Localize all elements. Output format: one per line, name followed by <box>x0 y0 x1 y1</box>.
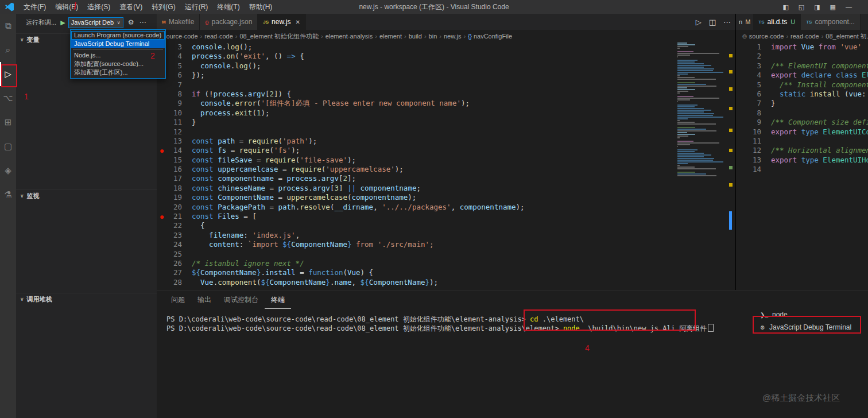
breakpoint-gutter[interactable] <box>157 203 167 212</box>
breadcrumb-item[interactable]: 08_element 初... <box>826 32 868 41</box>
breakpoint-gutter[interactable] <box>736 61 746 71</box>
breakpoint-gutter[interactable] <box>157 109 167 118</box>
breakpoint-gutter[interactable] <box>736 42 746 52</box>
breadcrumb-item[interactable]: source-code <box>749 33 784 40</box>
breakpoint-gutter[interactable] <box>736 109 746 118</box>
gear-icon[interactable]: ⚙ <box>128 18 134 26</box>
menu-item[interactable]: 运行(R) <box>180 0 213 14</box>
breakpoint-gutter[interactable] <box>157 184 167 193</box>
remote-explorer-icon[interactable]: ▢ <box>0 134 16 158</box>
breakpoint-gutter[interactable] <box>736 156 746 165</box>
breakpoint-gutter[interactable] <box>736 118 746 127</box>
breakpoint-gutter[interactable] <box>736 71 746 80</box>
tab-component...[interactable]: TScomponent... <box>801 14 861 30</box>
test-icon[interactable]: ⚗ <box>0 183 16 207</box>
more-icon[interactable]: ⋯ <box>139 18 146 26</box>
more-actions-icon[interactable]: ⋯ <box>723 18 731 26</box>
customize-layout-icon[interactable]: ▦ <box>830 0 836 14</box>
run-debug-icon[interactable]: ▷ <box>0 62 16 86</box>
breakpoint-gutter[interactable] <box>157 127 167 137</box>
breakpoint-gutter[interactable] <box>157 268 167 277</box>
debug-config-select[interactable]: JavaScript Deb ∨ <box>68 17 123 28</box>
search-icon[interactable]: ⌕ <box>0 38 16 62</box>
close-icon[interactable]: ✕ <box>295 19 300 25</box>
breakpoint-gutter[interactable] <box>736 90 746 99</box>
menu-item[interactable]: 选择(S) <box>83 0 115 14</box>
breadcrumb-item[interactable]: read-code <box>790 33 819 40</box>
breadcrumb-item[interactable]: element <box>379 33 402 40</box>
breakpoint-gutter[interactable] <box>157 193 167 202</box>
breakpoint-gutter[interactable] <box>157 165 167 174</box>
explorer-icon[interactable]: ⧉ <box>0 14 16 38</box>
extensions-icon[interactable]: ⊞ <box>0 110 16 134</box>
debug-config-option[interactable]: 添加配置(工作区)... <box>71 68 165 77</box>
breakpoint-gutter[interactable] <box>157 137 167 146</box>
menu-item[interactable]: 转到(G) <box>147 0 180 14</box>
tab-ali.d.ts[interactable]: TSali.d.tsU <box>753 14 801 30</box>
breakpoint-gutter[interactable]: ● <box>157 212 167 221</box>
breakpoint-gutter[interactable] <box>736 165 746 174</box>
breakpoint-gutter[interactable] <box>157 174 167 183</box>
menu-item[interactable]: 终端(T) <box>212 0 244 14</box>
breakpoint-gutter[interactable] <box>157 278 167 287</box>
breakpoint-gutter[interactable] <box>157 240 167 249</box>
breadcrumb-item[interactable]: build <box>409 33 422 40</box>
layout-secondary-sidebar-icon[interactable]: ◨ <box>814 0 820 14</box>
js-debug-terminal-item[interactable]: ⚙JavaScript Debug Terminal <box>755 321 860 334</box>
tab-package.json[interactable]: {}package.json <box>200 14 258 30</box>
breakpoint-gutter[interactable] <box>736 146 746 155</box>
code-editor[interactable]: 3console.log();4process.on('exit', () =>… <box>157 42 735 290</box>
section-watch[interactable]: ∨ 监视 <box>16 189 157 202</box>
panel-tab-输出[interactable]: 输出 <box>191 291 218 309</box>
tab-new.js[interactable]: JSnew.js✕ <box>258 14 306 30</box>
scrollbar-handle[interactable] <box>729 211 732 230</box>
breakpoint-gutter[interactable] <box>157 156 167 165</box>
terminal-output[interactable]: PS D:\coderali\web-code\source-code\read… <box>166 315 750 333</box>
minimap[interactable] <box>677 42 726 177</box>
section-call-stack[interactable]: ∨ 调用堆栈 <box>16 293 157 305</box>
breakpoint-gutter[interactable] <box>157 231 167 240</box>
menu-item[interactable]: 文件(F) <box>19 0 51 14</box>
breakpoint-gutter[interactable] <box>157 221 167 230</box>
minimize-icon[interactable]: — <box>846 0 852 14</box>
breadcrumb-item[interactable]: new.js <box>444 33 462 40</box>
panel-tab-终端[interactable]: 终端 <box>265 291 291 309</box>
breadcrumb-item[interactable]: 08_element 初始化组件功能 <box>239 32 319 41</box>
panel-tab-问题[interactable]: 问题 <box>165 291 191 309</box>
code-editor[interactable]: 1import Vue from 'vue'23/** ElementUI co… <box>736 42 868 290</box>
breakpoint-gutter[interactable] <box>157 259 167 268</box>
breakpoint-gutter[interactable] <box>157 80 167 90</box>
menu-item[interactable]: 帮助(H) <box>245 0 277 14</box>
debug-config-option[interactable]: JavaScript Debug Terminal <box>71 40 165 48</box>
breakpoint-gutter[interactable] <box>157 118 167 127</box>
breakpoint-gutter[interactable] <box>736 52 746 61</box>
breakpoint-gutter[interactable] <box>157 250 167 259</box>
bookmarks-icon[interactable]: ◈ <box>0 158 16 183</box>
breadcrumb-symbol[interactable]: {}navConfigFile <box>468 33 512 40</box>
debug-config-option[interactable]: Launch Program (source-code) <box>71 31 165 40</box>
start-debug-button[interactable]: ▶ <box>60 19 65 26</box>
breakpoint-gutter[interactable] <box>736 80 746 90</box>
breakpoint-gutter[interactable] <box>736 99 746 108</box>
menu-item[interactable]: 查看(V) <box>115 0 147 14</box>
breadcrumb-item[interactable]: source-code <box>163 33 198 40</box>
breakpoint-gutter[interactable]: ● <box>157 146 167 155</box>
scrolled-tab-remnant[interactable]: n M <box>736 14 753 30</box>
run-file-icon[interactable]: ▷ <box>696 18 702 26</box>
split-editor-icon[interactable]: ◫ <box>709 18 716 26</box>
tab-Makefile[interactable]: MMakefile <box>157 14 200 30</box>
breakpoint-gutter[interactable] <box>736 127 746 137</box>
breadcrumb-item[interactable]: read-code <box>204 33 233 40</box>
node-terminal-item[interactable]: ❯_node <box>755 308 860 321</box>
debug-config-option[interactable]: 添加配置(source-code)... <box>71 60 165 68</box>
menu-item[interactable]: 编辑(E) <box>51 0 83 14</box>
breakpoint-gutter[interactable] <box>157 99 167 108</box>
layout-sidebar-icon[interactable]: ◧ <box>782 0 788 14</box>
layout-panel-icon[interactable]: ◱ <box>799 0 804 14</box>
source-control-icon[interactable]: ⌥ <box>0 86 16 110</box>
debug-config-option[interactable]: Node.js... <box>71 51 165 60</box>
panel-tab-调试控制台[interactable]: 调试控制台 <box>218 291 265 309</box>
breadcrumb-item[interactable]: element-analysis <box>326 33 373 40</box>
breakpoint-gutter[interactable] <box>157 90 167 99</box>
breakpoint-gutter[interactable] <box>736 137 746 146</box>
